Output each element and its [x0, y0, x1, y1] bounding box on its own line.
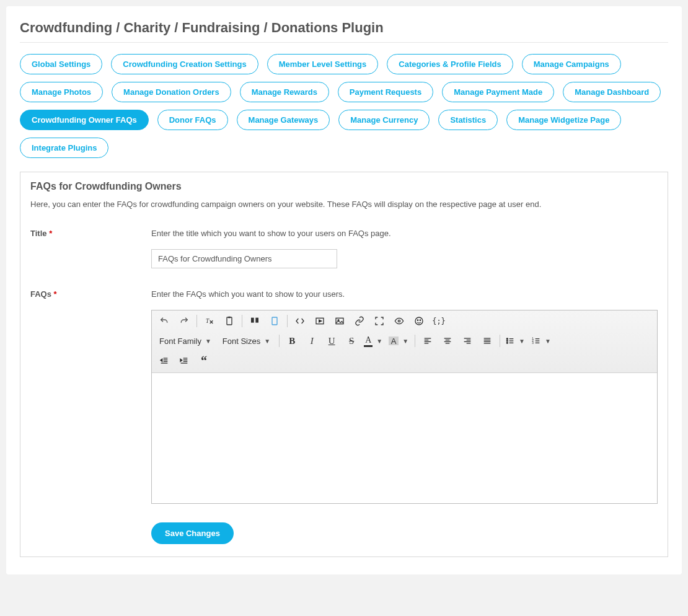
chevron-down-icon: ▼ — [264, 338, 270, 345]
bold-button[interactable]: B — [283, 333, 301, 349]
paste-icon[interactable] — [221, 313, 238, 329]
svg-marker-9 — [319, 320, 322, 322]
media-icon[interactable] — [311, 313, 329, 329]
chevron-down-icon: ▼ — [205, 338, 211, 345]
svg-point-36 — [506, 342, 508, 343]
text-color-button[interactable]: A ▼ — [363, 333, 384, 349]
svg-rect-10 — [336, 318, 343, 323]
svg-marker-53 — [180, 359, 182, 361]
bullet-list-button[interactable]: ▼ — [504, 334, 526, 348]
svg-point-15 — [420, 320, 420, 320]
svg-point-32 — [506, 338, 508, 340]
toolbar-separator — [196, 315, 197, 327]
svg-rect-3 — [227, 317, 232, 325]
font-family-label: Font Family — [159, 337, 201, 346]
tab-manage-widgetize-page[interactable]: Manage Widgetize Page — [506, 110, 621, 130]
tab-global-settings[interactable]: Global Settings — [20, 54, 102, 74]
svg-text:3: 3 — [532, 341, 534, 345]
tab-categories-profile-fields[interactable]: Categories & Profile Fields — [387, 54, 513, 74]
outdent-icon[interactable] — [156, 353, 173, 369]
faqs-help: Enter the FAQs which you want to show to… — [151, 289, 658, 299]
preview-icon[interactable] — [390, 313, 408, 329]
align-justify-icon[interactable] — [479, 333, 496, 349]
section-heading: FAQs for Crowdfunding Owners — [30, 181, 658, 192]
chevron-down-icon: ▼ — [519, 338, 525, 345]
align-right-icon[interactable] — [459, 333, 476, 349]
tab-manage-photos[interactable]: Manage Photos — [20, 82, 103, 102]
title-input[interactable] — [151, 249, 337, 268]
tab-crowdfunding-owner-faqs[interactable]: Crowdfunding Owner FAQs — [20, 110, 149, 130]
tab-crowdfunding-creation-settings[interactable]: Crowdfunding Creation Settings — [111, 54, 258, 74]
editor-body[interactable] — [152, 373, 657, 503]
chevron-down-icon: ▼ — [376, 338, 382, 345]
svg-point-13 — [415, 317, 423, 325]
tab-manage-gateways[interactable]: Manage Gateways — [237, 110, 330, 130]
section-description: Here, you can enter the FAQs for crowdfu… — [30, 200, 658, 209]
chevron-down-icon: ▼ — [545, 338, 551, 345]
title-help: Enter the title which you want to show t… — [151, 229, 658, 238]
numbered-list-button[interactable]: 123 ▼ — [530, 334, 552, 348]
tab-manage-rewards[interactable]: Manage Rewards — [240, 82, 329, 102]
svg-point-34 — [506, 340, 508, 341]
save-button[interactable]: Save Changes — [151, 522, 234, 544]
tab-member-level-settings[interactable]: Member Level Settings — [267, 54, 379, 74]
svg-text:T: T — [206, 318, 209, 324]
faqs-label: FAQs * — [30, 289, 151, 299]
blockquote-icon[interactable]: “ — [195, 353, 213, 369]
rich-text-editor: T {;} — [151, 310, 658, 504]
strikethrough-button[interactable]: S — [343, 333, 360, 349]
page-title: Crowdfunding / Charity / Fundraising / D… — [20, 20, 668, 36]
svg-marker-48 — [161, 359, 162, 361]
editor-toolbar: T {;} — [152, 310, 657, 373]
emoji-icon[interactable] — [410, 313, 428, 329]
bg-color-letter: A — [389, 337, 399, 345]
tab-manage-payment-made[interactable]: Manage Payment Made — [442, 82, 554, 102]
undo-icon[interactable] — [156, 313, 173, 329]
required-mark: * — [49, 229, 52, 238]
svg-rect-6 — [255, 318, 258, 323]
toolbar-separator — [279, 335, 280, 347]
tab-payment-requests[interactable]: Payment Requests — [338, 82, 433, 102]
faqs-label-text: FAQs — [30, 289, 51, 299]
toolbar-separator — [415, 335, 415, 347]
tab-manage-currency[interactable]: Manage Currency — [338, 110, 430, 130]
content-box: FAQs for Crowdfunding Owners Here, you c… — [20, 172, 668, 557]
document-icon[interactable] — [266, 313, 283, 329]
italic-button[interactable]: I — [303, 333, 320, 349]
image-icon[interactable] — [331, 313, 348, 329]
svg-rect-7 — [272, 317, 277, 325]
font-sizes-select[interactable]: Font Sizes ▼ — [219, 335, 274, 348]
fullscreen-icon[interactable] — [371, 313, 388, 329]
toolbar-separator — [242, 315, 242, 327]
text-color-letter: A — [364, 335, 373, 347]
link-icon[interactable] — [351, 313, 368, 329]
svg-point-14 — [417, 320, 418, 320]
source-code-icon[interactable] — [291, 313, 309, 329]
tab-manage-donation-orders[interactable]: Manage Donation Orders — [112, 82, 231, 102]
code-block-icon[interactable]: {;} — [430, 313, 448, 329]
title-row: Title * Enter the title which you want t… — [30, 229, 658, 268]
align-center-icon[interactable] — [439, 333, 456, 349]
tab-manage-dashboard[interactable]: Manage Dashboard — [563, 82, 661, 102]
redo-icon[interactable] — [175, 313, 193, 329]
background-color-button[interactable]: A ▼ — [387, 335, 410, 347]
clear-formatting-icon[interactable]: T — [201, 313, 218, 329]
indent-icon[interactable] — [175, 353, 193, 369]
font-family-select[interactable]: Font Family ▼ — [156, 335, 215, 348]
find-replace-icon[interactable] — [246, 313, 263, 329]
faqs-row: FAQs * Enter the FAQs which you want to … — [30, 289, 658, 504]
tab-donor-faqs[interactable]: Donor FAQs — [157, 110, 228, 130]
divider — [20, 42, 668, 43]
svg-point-12 — [398, 320, 400, 322]
toolbar-separator — [500, 335, 500, 347]
required-mark: * — [54, 289, 57, 299]
tabs: Global SettingsCrowdfunding Creation Set… — [20, 54, 668, 158]
underline-button[interactable]: U — [323, 333, 340, 349]
align-left-icon[interactable] — [419, 333, 436, 349]
font-sizes-label: Font Sizes — [223, 337, 260, 346]
svg-rect-4 — [228, 317, 231, 319]
tab-manage-campaigns[interactable]: Manage Campaigns — [522, 54, 621, 74]
chevron-down-icon: ▼ — [402, 338, 408, 345]
tab-statistics[interactable]: Statistics — [438, 110, 498, 130]
tab-integrate-plugins[interactable]: Integrate Plugins — [20, 138, 108, 158]
